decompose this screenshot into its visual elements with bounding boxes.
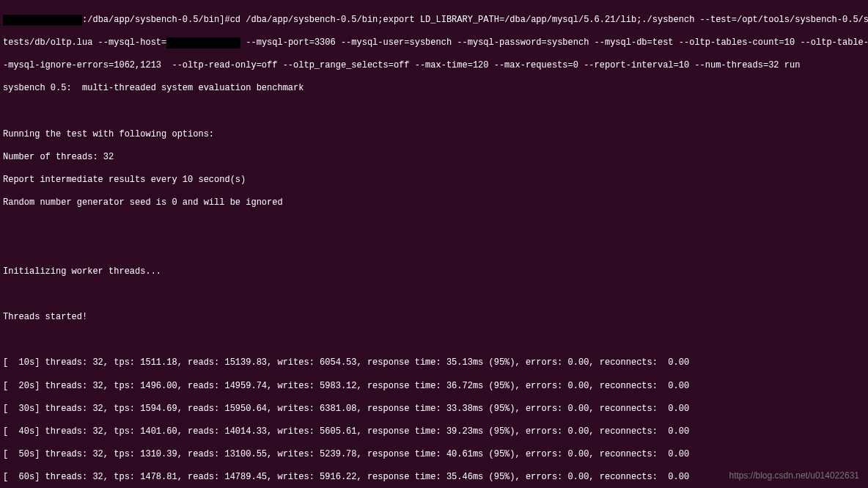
options-seed: Random number generator seed is 0 and wi… [3,197,865,209]
options-threads: Number of threads: 32 [3,152,865,164]
options-report: Report intermediate results every 10 sec… [3,175,865,186]
blank-line [3,106,865,117]
command-line-3: -mysql-ignore-errors=1062,1213 --oltp-re… [3,60,865,72]
blank-line [3,335,865,346]
command-line-4: sysbench 0.5: multi-threaded system eval… [3,83,865,95]
watermark-text: https://blog.csdn.net/u014022631 [729,470,859,482]
interval-row: [ 30s] threads: 32, tps: 1594.69, reads:… [3,404,865,415]
interval-row: [ 20s] threads: 32, tps: 1496.00, reads:… [3,381,865,393]
terminal-output[interactable]: xxxxxxxxxxxxxxx:/dba/app/sysbench-0.5/bi… [3,3,865,488]
interval-row: [ 50s] threads: 32, tps: 1310.39, reads:… [3,449,865,461]
interval-row: [ 40s] threads: 32, tps: 1401.60, reads:… [3,426,865,438]
options-header: Running the test with following options: [3,129,865,141]
command-line-1: xxxxxxxxxxxxxxx:/dba/app/sysbench-0.5/bi… [3,15,865,26]
interval-row: [ 10s] threads: 32, tps: 1511.18, reads:… [3,357,865,369]
redacted-hostname: xxxxxxxxxxxxxxx [3,15,82,26]
redacted-host-ip: xxxxxxxxxxxxxx [166,37,240,49]
command-line-2: tests/db/oltp.lua --mysql-host=xxxxxxxxx… [3,37,865,49]
init-workers: Initializing worker threads... [3,266,865,278]
threads-started: Threads started! [3,312,865,324]
blank-line [3,243,865,255]
blank-line [3,220,865,232]
blank-line [3,289,865,301]
